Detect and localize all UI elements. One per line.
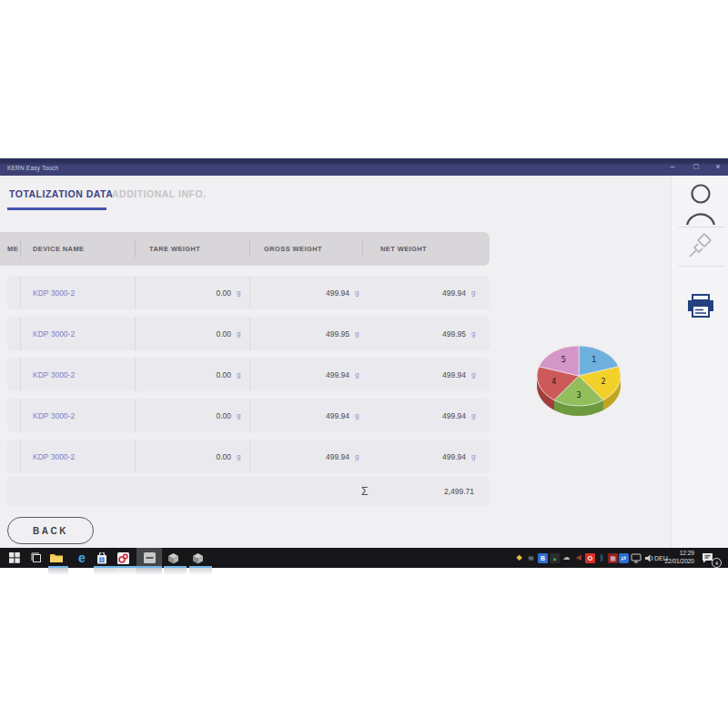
unit-label: g [471,440,475,473]
column-divider [135,240,136,258]
start-button[interactable] [8,551,21,564]
tray-bluetooth-icon[interactable]: ᛒ [597,553,607,563]
column-divider [20,358,21,391]
file-explorer-icon[interactable] [50,551,63,564]
tray-office-icon[interactable]: O [585,553,595,563]
column-divider [249,276,250,309]
column-divider [249,240,250,258]
tray-app-red-icon[interactable]: ▦ [608,553,618,563]
total-value: 2,499.71 [374,477,474,506]
unit-label: g [355,276,359,309]
table-row[interactable]: KDP 3000-2 0.00 g 499.94 g 499.94 g [7,440,490,473]
cell-net: 499.94 [377,358,466,391]
store-icon[interactable] [96,551,108,564]
unit-label: g [471,358,475,391]
svg-text:3: 3 [576,391,581,399]
printer-icon[interactable] [685,292,716,319]
kern-tool-2-icon[interactable] [191,551,204,564]
cell-gross: 499.94 [260,399,349,432]
unit-label: g [355,317,359,350]
unit-label: g [237,399,240,432]
column-divider [135,440,136,473]
cell-net: 499.94 [377,276,466,309]
header-time: ME [7,232,18,266]
tab-totalization-data[interactable]: TOTALIZATION DATA [9,188,113,199]
column-divider [20,440,21,473]
column-divider [249,440,250,473]
svg-text:4: 4 [551,378,556,386]
cell-tare: 0.00 [144,358,231,391]
table-row[interactable]: KDP 3000-2 0.00 g 499.94 g 499.94 g [7,276,490,309]
taskbar-reflection [116,568,137,575]
column-divider [135,399,136,432]
taskbar-reflection [136,568,162,575]
tray-cloud-icon[interactable]: ☁ [561,553,571,563]
tray-mail-icon[interactable]: ✉ [526,553,536,563]
kern-app-icon[interactable] [116,551,129,564]
unit-label: g [471,276,475,309]
tray-media-icon[interactable]: ◀ [573,553,583,563]
cell-device-name: KDP 3000-2 [33,358,75,391]
taskbar-reflection [189,568,212,575]
cell-tare: 0.00 [144,317,231,350]
kern-tool-1-icon[interactable] [167,551,179,564]
maximize-button[interactable]: □ [686,158,706,176]
network-icon[interactable] [630,551,642,564]
pie-chart: 12345 [526,339,632,426]
column-divider [135,276,136,309]
table-row[interactable]: KDP 3000-2 0.00 g 499.94 g 499.94 g [7,358,490,391]
cell-gross: 499.94 [260,276,349,309]
svg-text:2: 2 [602,378,606,386]
pin-icon[interactable] [685,233,714,262]
unit-label: g [355,399,359,432]
tray-app-1-icon[interactable]: ◆ [514,553,524,563]
column-divider [135,317,136,350]
tray-app-green-icon[interactable]: ▴ [550,553,560,563]
unit-label: g [237,276,240,309]
cell-device-name: KDP 3000-2 [33,317,75,350]
cell-device-name: KDP 3000-2 [33,399,75,432]
column-divider [20,276,21,309]
unit-label: g [471,317,475,350]
window-title: KERN Easy Touch [7,165,58,171]
edge-icon[interactable]: e [76,551,88,564]
unit-label: g [237,317,240,350]
cell-device-name: KDP 3000-2 [33,276,75,309]
back-button[interactable]: BACK [7,517,94,544]
clock[interactable]: 12:29 22/01/2020 [664,548,694,568]
column-divider [20,399,21,432]
column-divider [135,358,136,391]
right-sidebar [671,176,728,548]
taskbar-reflection [94,568,116,575]
column-divider [249,317,250,350]
sidebar-divider [678,227,725,228]
clock-date: 22/01/2020 [664,558,694,566]
minimize-button[interactable]: – [662,158,682,176]
table-header: ME DEVICE NAME TARE WEIGHT GROSS WEIGHT … [0,232,490,266]
app-content: TOTALIZATION DATA ADDITIONAL INFO. ME DE… [0,176,728,548]
volume-icon[interactable] [642,551,655,564]
kern-easy-touch-taskbar-active[interactable] [136,548,162,568]
cell-gross: 499.94 [260,440,349,473]
close-button[interactable]: × [708,158,728,176]
table-row[interactable]: KDP 3000-2 0.00 g 499.94 g 499.94 g [7,399,490,432]
cell-net: 499.95 [377,317,466,350]
sum-symbol: Σ [361,477,368,506]
tray-app-b-icon[interactable]: B [538,553,548,563]
cell-net: 499.94 [377,399,466,432]
header-tare: TARE WEIGHT [149,232,200,266]
taskbar: e [0,548,728,568]
taskbar-reflection [164,568,187,575]
tab-additional-info[interactable]: ADDITIONAL INFO. [112,188,206,199]
header-gross: GROSS WEIGHT [264,232,322,266]
task-view-button[interactable] [30,551,43,564]
window-titlebar: KERN Easy Touch – □ × [0,158,728,176]
tray-remote-icon[interactable]: ⇄ [619,553,629,563]
sidebar-divider [678,266,725,267]
cell-tare: 0.00 [144,276,231,309]
column-divider [20,317,21,350]
unit-label: g [237,358,240,391]
user-icon[interactable] [683,181,718,227]
table-row[interactable]: KDP 3000-2 0.00 g 499.95 g 499.95 g [7,317,490,350]
cell-tare: 0.00 [144,440,231,473]
